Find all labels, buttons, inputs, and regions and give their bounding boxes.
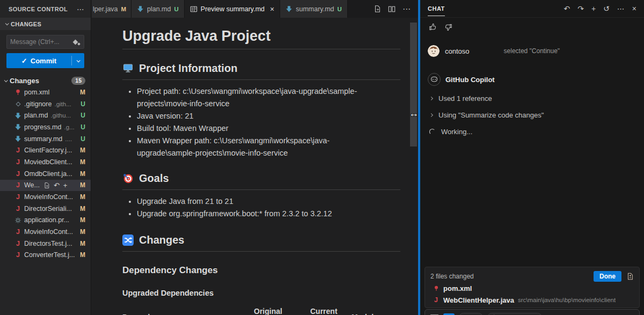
more-actions-icon[interactable]: ⋯ [617, 5, 625, 12]
tab-summary-md[interactable]: summary.md U [280, 0, 348, 18]
markdown-icon [286, 5, 292, 12]
chevron-down-icon [4, 78, 8, 82]
status-badge: M [80, 146, 85, 154]
user-action-text: selected "Continue" [504, 47, 560, 55]
tab-plan-md[interactable]: plan.md U [131, 0, 185, 18]
status-badge: U [174, 6, 178, 12]
file-row[interactable]: J DirectorsTest.j... M [0, 238, 91, 250]
stage-changes-icon[interactable]: + [63, 182, 68, 189]
user-message-row: contoso selected "Continue" [428, 45, 636, 57]
commit-dropdown-button[interactable] [72, 53, 84, 68]
editor-actions: ⋯ [374, 0, 418, 18]
dependency-changes-heading: Dependency Changes [122, 265, 407, 276]
file-row-selected[interactable]: J We... ↶ + M [0, 180, 91, 192]
commit-message-input[interactable] [10, 38, 73, 46]
changes-tree-label: Changes [10, 77, 39, 85]
redo-icon[interactable]: ↷ [577, 5, 584, 12]
changes-section-label: CHANGES [11, 21, 41, 27]
split-editor-icon[interactable] [388, 5, 396, 13]
thumbs-down-icon[interactable] [444, 23, 452, 31]
java-icon: J [14, 146, 21, 154]
generate-commit-message-icon[interactable] [73, 38, 80, 46]
section-heading-goals: Goals [122, 171, 400, 190]
spinner-icon [429, 129, 435, 135]
java-icon: J [14, 158, 21, 166]
java-icon: J [14, 181, 21, 189]
doc-bullet: Maven Wrapper path: c:\Users\wangmi\work… [137, 135, 375, 159]
file-row[interactable]: J MovieInfoCont... M [0, 191, 91, 203]
assistant-message-row: GitHub Copilot [428, 73, 636, 86]
file-row[interactable]: J MovieInfoCont... M [0, 226, 91, 238]
changed-file-row[interactable]: J WebClientHelper.java src\main\java\hu\… [430, 294, 634, 306]
assistant-name: GitHub Copilot [445, 76, 495, 84]
file-row[interactable]: summary.md .... U [0, 133, 91, 145]
working-status: Working... [429, 128, 636, 136]
upgraded-dependencies-heading: Upgraded Dependencies [122, 288, 407, 298]
commit-button[interactable]: ✓ Commit [6, 53, 84, 68]
markdown-icon [137, 5, 144, 12]
editor-scrollbar-thumb[interactable] [410, 23, 417, 146]
status-badge: M [80, 205, 85, 213]
file-row[interactable]: progress.md .g... U [0, 121, 91, 133]
open-file-icon[interactable] [43, 182, 50, 189]
chevron-right-icon [429, 97, 433, 100]
changes-tree-header[interactable]: Changes 15 [0, 75, 91, 86]
doc-bullet: Upgrade Java from 21 to 21 [137, 195, 375, 208]
using-tool-expander[interactable]: Using "Summarize code changes" [430, 111, 636, 119]
file-row[interactable]: J ClientFactory.j... M [0, 144, 91, 156]
editor-group: lper.java M plan.md U Preview summary.md… [92, 0, 418, 315]
more-actions-icon[interactable]: ⋯ [77, 5, 84, 13]
more-actions-icon[interactable]: ⋯ [402, 5, 411, 13]
status-badge: U [80, 100, 85, 108]
editor-tab-bar: lper.java M plan.md U Preview summary.md… [92, 0, 418, 18]
done-button[interactable]: Done [594, 271, 621, 282]
doc-bullet: Upgrade org.springframework.boot:* from … [137, 208, 375, 220]
changes-section-header[interactable]: CHANGES [0, 18, 91, 30]
shuffle-icon [122, 235, 134, 246]
file-row[interactable]: pom.xml M [0, 86, 91, 98]
thumbs-up-icon[interactable] [429, 23, 437, 31]
status-badge: M [80, 251, 85, 259]
section-heading-changes: Changes [122, 233, 400, 252]
changed-file-row[interactable]: pom.xml [430, 282, 634, 294]
file-row[interactable]: J OmdbClient.ja... M [0, 168, 91, 180]
undo-icon[interactable]: ↶ [564, 5, 570, 12]
file-row[interactable]: J ConverterTest.j... M [0, 250, 91, 261]
file-row[interactable]: J MoviedbClient... M [0, 156, 91, 168]
used-references-expander[interactable]: Used 1 reference [430, 94, 636, 102]
status-badge: U [80, 123, 85, 131]
table-column-dependency: Dependency [122, 313, 167, 315]
chat-input-box[interactable]: 45 Add Context... [425, 309, 640, 315]
check-icon: ✓ [21, 57, 27, 65]
close-icon[interactable]: × [632, 5, 636, 12]
close-icon[interactable]: × [270, 5, 274, 13]
tools-button[interactable]: 45 [459, 313, 483, 315]
view-diff-icon[interactable] [626, 272, 634, 281]
changed-files-summary: 2 files changed [430, 273, 474, 280]
status-badge: M [80, 158, 85, 166]
file-row[interactable]: .gitignore .gith... U [0, 98, 91, 110]
file-row[interactable]: application.pr... M [0, 215, 91, 226]
gitignore-icon [14, 101, 21, 107]
add-context-button[interactable]: Add Context... [487, 313, 542, 315]
sidebar-title: SOURCE CONTROL [9, 6, 68, 12]
java-icon: J [433, 296, 440, 304]
java-icon: J [14, 205, 21, 213]
file-row[interactable]: plan.md .githu... U [0, 109, 91, 121]
chat-mode-button[interactable] [443, 313, 455, 315]
tab-preview-summary-md[interactable]: Preview summary.md × [185, 0, 280, 18]
status-badge: U [80, 135, 85, 143]
discard-changes-icon[interactable]: ↶ [54, 182, 60, 189]
feedback-buttons [429, 23, 644, 31]
gear-icon [14, 217, 21, 224]
chat-tab[interactable]: CHAT [428, 5, 445, 16]
file-row[interactable]: J DirectorSeriali... M [0, 203, 91, 215]
java-icon: J [14, 251, 21, 259]
new-chat-icon[interactable]: + [591, 5, 596, 12]
history-icon[interactable]: ↺ [603, 5, 610, 12]
open-changes-icon[interactable] [374, 5, 381, 13]
status-badge: M [80, 193, 85, 201]
tab-webclienthelper-java[interactable]: lper.java M [92, 0, 131, 18]
java-icon: J [14, 228, 21, 236]
markdown-preview-icon [190, 5, 197, 13]
